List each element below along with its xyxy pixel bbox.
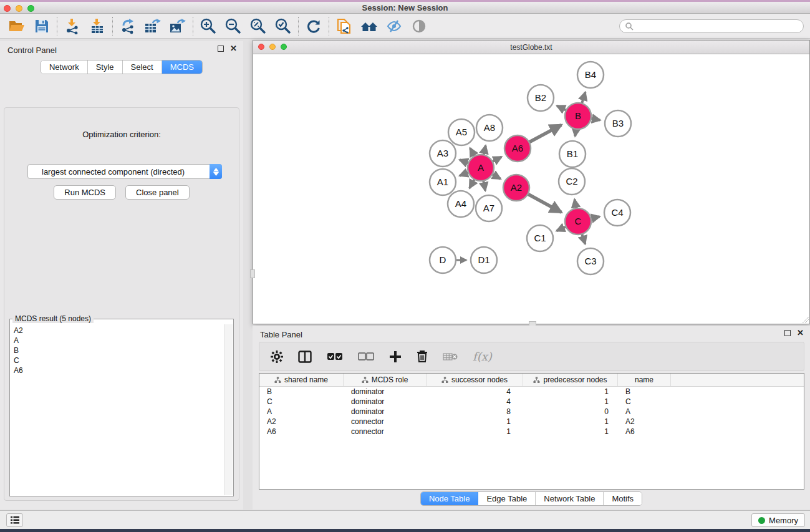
zoom-out-icon[interactable] [223,16,244,36]
graph-node-A6[interactable]: A6 [504,135,531,162]
mcds-result-list[interactable]: A2ABCA6 [11,324,224,495]
run-mcds-button[interactable]: Run MCDS [54,185,116,200]
task-history-button[interactable] [6,513,23,527]
table-row[interactable]: A6connector11A6 [259,427,804,437]
hide-panel-icon[interactable] [383,16,405,36]
table-cell: 1 [523,387,618,397]
column-header-predecessor-nodes[interactable]: predecessor nodes [523,374,618,386]
panel-collapse-handle-left[interactable] [250,269,255,278]
mcds-result-item[interactable]: A6 [14,365,224,375]
function-builder-icon[interactable]: f(x) [473,350,492,363]
table-cell: A2 [618,417,671,427]
column-header-name[interactable]: name [618,374,671,386]
duplicate-network-icon[interactable] [334,16,355,36]
delete-table-icon[interactable] [443,352,458,362]
graph-node-C1[interactable]: C1 [527,225,553,251]
search-input[interactable] [634,22,798,31]
graph-node-B1[interactable]: B1 [559,141,586,167]
export-image-icon[interactable] [167,16,188,36]
svg-text:C4: C4 [611,207,623,218]
zoom-in-icon[interactable] [198,16,219,36]
delete-row-icon[interactable] [417,350,428,363]
column-header-shared-name[interactable]: shared name [259,374,344,386]
table-toolbar: f(x) [259,342,804,371]
graph-node-C4[interactable]: C4 [604,200,630,226]
tab-mcds[interactable]: MCDS [162,60,202,74]
criterion-dropdown[interactable]: largest connected component (directed) [27,164,222,179]
tab-edge-table[interactable]: Edge Table [478,492,536,505]
network-window-titlebar: testGlobe.txt [253,41,809,54]
import-network-icon[interactable] [62,16,83,36]
tab-style[interactable]: Style [88,60,123,74]
table-cell: B [618,387,671,397]
graph-node-B4[interactable]: B4 [577,62,604,88]
zoom-fit-icon[interactable] [248,16,269,36]
deselect-all-icon[interactable] [358,352,374,361]
tab-select[interactable]: Select [123,60,162,74]
close-panel-button[interactable]: Close panel [125,185,190,200]
open-session-icon[interactable] [6,16,27,36]
network-canvas[interactable]: B4B2BB3A5A8A6A3B1AA1C2A2A4A7C4CC1C3DD1 [253,55,809,324]
save-session-icon[interactable] [31,16,52,36]
table-row[interactable]: Adominator80A [259,407,804,417]
graph-node-A4[interactable]: A4 [448,191,474,217]
home-icon[interactable] [359,16,380,36]
split-panel-icon[interactable] [298,351,312,363]
graph-node-C2[interactable]: C2 [559,168,585,195]
graph-node-A1[interactable]: A1 [430,169,456,195]
select-all-icon[interactable] [327,352,343,361]
tab-network[interactable]: Network [41,60,88,74]
tab-motifs[interactable]: Motifs [604,492,642,505]
graph-node-A7[interactable]: A7 [476,195,502,221]
table-cell: C [259,397,344,407]
show-panel-icon[interactable] [408,16,430,36]
graph-node-A[interactable]: A [468,155,494,181]
table-settings-icon[interactable] [271,351,283,363]
mcds-result-item[interactable]: B [14,346,224,355]
graph-node-D[interactable]: D [430,247,456,273]
control-panel-header: Control Panel ✕ [0,41,243,57]
tab-node-table[interactable]: Node Table [421,492,479,505]
column-header-successor-nodes[interactable]: successor nodes [427,374,523,386]
column-header-mcds-role[interactable]: MCDS role [344,374,427,386]
mcds-result-item[interactable]: A [14,336,224,346]
network-window-title: testGlobe.txt [253,43,809,52]
main-toolbar [0,14,810,39]
table-header-row: shared nameMCDS rolesuccessor nodesprede… [259,374,804,387]
graph-node-B2[interactable]: B2 [528,85,554,111]
graph-node-B3[interactable]: B3 [605,110,631,137]
close-panel-icon[interactable]: ✕ [797,330,804,336]
table-cell: 1 [523,427,618,437]
graph-node-C[interactable]: C [565,208,591,235]
zoom-selected-icon[interactable] [272,16,294,36]
table-row[interactable]: A2connector11A2 [259,417,804,427]
float-panel-icon[interactable] [218,46,224,52]
network-view-window: testGlobe.txt B4B2BB3A5A8A6A3B1AA1C2A2A4… [253,40,810,324]
search-field[interactable] [619,19,804,33]
tab-network-table[interactable]: Network Table [536,492,604,505]
table-row[interactable]: Bdominator41B [259,387,804,397]
refresh-icon[interactable] [303,16,324,36]
graph-node-A2[interactable]: A2 [503,175,529,201]
window-resize-grip[interactable] [803,317,809,323]
graph-node-A3[interactable]: A3 [430,140,456,167]
close-panel-icon[interactable]: ✕ [230,46,237,52]
mcds-result-scrollbar[interactable] [224,324,233,495]
table-cell-filler [671,417,804,427]
export-network-icon[interactable] [117,16,138,36]
memory-button[interactable]: Memory [751,513,805,527]
graph-node-C3[interactable]: C3 [577,248,604,274]
float-panel-icon[interactable] [784,330,791,336]
graph-node-B[interactable]: B [565,103,591,129]
node-attribute-table: shared nameMCDS rolesuccessor nodesprede… [259,373,804,490]
add-row-icon[interactable] [389,351,402,363]
table-cell: A [618,407,671,417]
graph-node-D1[interactable]: D1 [471,247,497,273]
export-table-icon[interactable] [142,16,163,36]
graph-node-A8[interactable]: A8 [476,115,503,141]
table-row[interactable]: Cdominator41C [259,397,804,407]
mcds-result-item[interactable]: A2 [14,326,224,336]
import-table-icon[interactable] [87,16,108,36]
mcds-result-item[interactable]: C [14,355,224,365]
graph-node-A5[interactable]: A5 [448,119,475,145]
